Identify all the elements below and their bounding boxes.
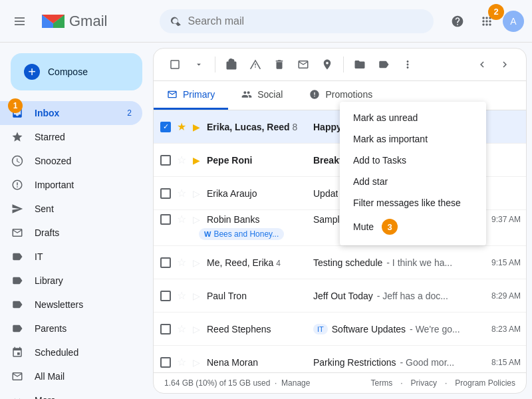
row-important[interactable]: ▶ — [191, 155, 201, 166]
menu-button[interactable] — [8, 8, 35, 35]
sidebar-item-drafts[interactable]: Drafts — [0, 221, 142, 245]
header-right: 2 A — [444, 8, 524, 35]
menu-item-mark-unread[interactable]: Mark as unread — [340, 107, 486, 128]
row-checkbox[interactable] — [159, 214, 172, 225]
more-options-button[interactable] — [397, 54, 418, 75]
next-page-button[interactable] — [494, 54, 515, 75]
sidebar-item-parents[interactable]: Parents — [0, 317, 142, 340]
sidebar-item-allmail[interactable]: All Mail — [0, 364, 142, 388]
select-all-checkbox[interactable] — [164, 54, 186, 75]
sidebar-item-newsletters[interactable]: Newsletters — [0, 293, 142, 317]
pagination — [471, 54, 515, 75]
select-dropdown-button[interactable] — [188, 54, 209, 75]
row-star[interactable]: ☆ — [175, 289, 188, 302]
move-to-button[interactable] — [221, 54, 242, 75]
email-body: Testing schedule - I think we ha... — [313, 257, 478, 268]
move-folder-button[interactable] — [349, 54, 370, 75]
row-important[interactable]: ▷ — [191, 291, 201, 301]
row-checkbox[interactable] — [159, 122, 172, 132]
tab-social[interactable]: Social — [228, 81, 296, 110]
compose-button[interactable]: + Compose — [11, 53, 142, 90]
sidebar-item-inbox[interactable]: Inbox 2 1 — [0, 101, 142, 125]
row-important[interactable]: ▷ — [191, 324, 201, 334]
menu-item-filter-messages[interactable]: Filter messages like these — [340, 192, 486, 213]
footer-left: 1.64 GB (10%) of 15 GB used · Manage — [164, 378, 310, 388]
sent-icon — [11, 202, 24, 215]
search-input[interactable] — [188, 15, 423, 27]
email-content-area: Primary Social Promotions ★ ▶ Er — [153, 48, 527, 394]
row-star[interactable]: ☆ — [175, 256, 188, 269]
sidebar-item-more[interactable]: More — [0, 388, 142, 399]
sidebar-item-starred-label: Starred — [35, 132, 65, 142]
tab-primary-label: Primary — [183, 89, 215, 100]
svg-rect-1 — [15, 21, 25, 22]
row-important[interactable]: ▷ — [191, 357, 201, 368]
snooze-toolbar-button[interactable] — [317, 54, 338, 75]
footer-links: Terms · Privacy · Program Policies — [371, 378, 515, 388]
tab-primary[interactable]: Primary — [154, 81, 228, 110]
badge-2: 2 — [488, 4, 504, 20]
avatar[interactable]: A — [503, 11, 524, 32]
sidebar-item-sent-label: Sent — [35, 203, 54, 214]
row-star[interactable]: ☆ — [175, 154, 188, 166]
delete-button[interactable] — [269, 54, 290, 75]
sidebar-item-important[interactable]: Important — [0, 173, 142, 197]
row-checkbox[interactable] — [159, 324, 172, 334]
sidebar-item-starred[interactable]: Starred — [0, 125, 142, 149]
row-checkbox[interactable] — [159, 188, 172, 199]
email-row[interactable]: ☆ ▷ Paul Tron Jeff Out Today - Jeff has … — [154, 279, 526, 313]
mark-unread-toolbar-button[interactable] — [293, 54, 314, 75]
apps-button[interactable]: 2 — [473, 8, 500, 35]
row-star[interactable]: ★ — [175, 120, 188, 133]
row-checkbox[interactable] — [159, 291, 172, 301]
menu-item-mark-important[interactable]: Mark as important — [340, 128, 486, 150]
sidebar-item-sent[interactable]: Sent — [0, 197, 142, 221]
program-policies-link[interactable]: Program Policies — [455, 378, 515, 388]
email-sender: Me, Reed, Erika 4 — [204, 257, 311, 268]
manage-link[interactable]: Manage — [281, 378, 310, 388]
row-star[interactable]: ☆ — [175, 187, 188, 200]
terms-link[interactable]: Terms — [371, 378, 393, 388]
email-row[interactable]: ☆ ▷ Reed Stephens IT Software Updates - … — [154, 313, 526, 346]
sidebar-item-it[interactable]: IT — [0, 245, 142, 269]
row-important[interactable]: ▶ — [191, 122, 201, 132]
row-checkbox[interactable] — [159, 257, 172, 268]
parents-label-icon — [11, 322, 24, 335]
header: Gmail 2 A — [0, 0, 532, 43]
row-important[interactable]: ▷ — [191, 214, 201, 225]
sidebar-item-library[interactable]: Library — [0, 269, 142, 293]
sidebar-item-scheduled[interactable]: Scheduled — [0, 340, 142, 364]
row-important[interactable]: ▷ — [191, 257, 201, 268]
newsletters-label-icon — [11, 298, 24, 311]
email-snippet: - Good mor... — [400, 357, 455, 368]
prev-page-button[interactable] — [471, 54, 493, 75]
toolbar — [154, 49, 526, 81]
allmail-icon — [11, 370, 24, 383]
label-button[interactable] — [373, 54, 394, 75]
row-important[interactable]: ▷ — [191, 188, 201, 199]
privacy-link[interactable]: Privacy — [411, 378, 437, 388]
row-checkbox[interactable] — [159, 155, 172, 166]
toolbar-separator-2 — [343, 57, 344, 72]
email-sender: Erika, Lucas, Reed 8 — [204, 122, 311, 132]
help-button[interactable] — [444, 8, 471, 35]
menu-item-add-tasks[interactable]: Add to Tasks — [340, 150, 486, 171]
sidebar-item-snoozed[interactable]: Snoozed — [0, 149, 142, 173]
email-row[interactable]: ☆ ▷ Nena Moran Parking Restrictions - Go… — [154, 346, 526, 372]
row-star[interactable]: ☆ — [175, 213, 188, 225]
row-checkbox[interactable] — [159, 357, 172, 368]
email-time: 9:15 AM — [481, 258, 521, 267]
report-spam-button[interactable] — [245, 54, 266, 75]
drafts-icon — [11, 226, 24, 239]
search-bar[interactable] — [160, 9, 434, 33]
row-star[interactable]: ☆ — [175, 356, 188, 368]
email-snippet: - We're go... — [410, 324, 460, 334]
important-icon — [11, 178, 24, 192]
menu-item-add-star[interactable]: Add star — [340, 171, 486, 192]
primary-tab-icon — [167, 89, 178, 100]
email-row[interactable]: ☆ ▷ Me, Reed, Erika 4 Testing schedule -… — [154, 246, 526, 279]
row-star[interactable]: ☆ — [175, 323, 188, 335]
sidebar-item-snoozed-label: Snoozed — [35, 156, 71, 166]
email-snippet: - I think we ha... — [386, 257, 452, 268]
menu-item-mute[interactable]: Mute 3 — [340, 213, 486, 240]
